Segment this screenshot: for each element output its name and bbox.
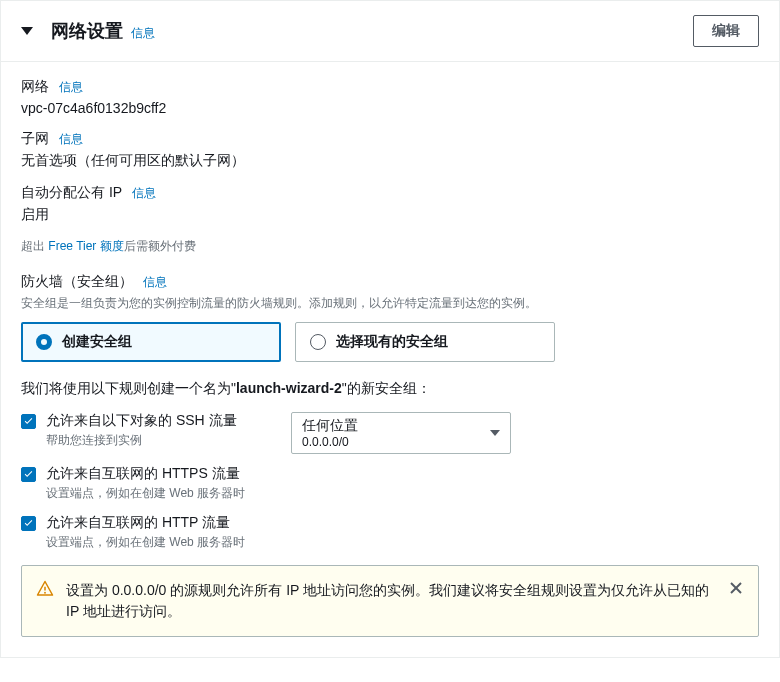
sg-desc-suffix: "的新安全组：: [342, 380, 431, 396]
free-tier-suffix: 后需额外付费: [124, 239, 196, 253]
radio-icon: [36, 334, 52, 350]
panel-title-row[interactable]: 网络设置 信息: [21, 19, 155, 43]
radio-select-sg[interactable]: 选择现有的安全组: [295, 322, 555, 362]
https-rule-label: 允许来自互联网的 HTTPS 流量: [46, 465, 245, 483]
sg-creation-desc: 我们将使用以下规则创建一个名为"launch-wizard-2"的新安全组：: [21, 380, 759, 398]
chevron-down-icon: [490, 430, 500, 436]
ssh-rule-row: 允许来自以下对象的 SSH 流量 帮助您连接到实例 任何位置 0.0.0.0/0: [21, 412, 759, 461]
https-rule-sub: 设置端点，例如在创建 Web 服务器时: [46, 485, 245, 502]
info-link[interactable]: 信息: [143, 274, 167, 291]
firewall-field: 防火墙（安全组） 信息 安全组是一组负责为您的实例控制流量的防火墙规则。添加规则…: [21, 273, 759, 362]
panel-body: 网络 信息 vpc-07c4a6f0132b9cff2 子网 信息 无首选项（任…: [1, 62, 779, 657]
firewall-label: 防火墙（安全组）: [21, 273, 133, 291]
sg-name: launch-wizard-2: [236, 380, 342, 396]
network-value: vpc-07c4a6f0132b9cff2: [21, 100, 759, 116]
info-link[interactable]: 信息: [132, 185, 156, 202]
panel-title: 网络设置: [51, 19, 123, 43]
warning-icon: [36, 580, 54, 598]
free-tier-prefix: 超出: [21, 239, 48, 253]
radio-create-label: 创建安全组: [62, 333, 132, 351]
radio-select-label: 选择现有的安全组: [336, 333, 448, 351]
subnet-field: 子网 信息 无首选项（任何可用区的默认子网）: [21, 130, 759, 170]
ssh-source-select[interactable]: 任何位置 0.0.0.0/0: [291, 412, 511, 454]
check-icon: [23, 469, 34, 480]
radio-create-sg[interactable]: 创建安全组: [21, 322, 281, 362]
edit-button[interactable]: 编辑: [693, 15, 759, 47]
sg-desc-prefix: 我们将使用以下规则创建一个名为": [21, 380, 236, 396]
source-select-label: 任何位置: [302, 417, 358, 435]
http-rule-label: 允许来自互联网的 HTTP 流量: [46, 514, 245, 532]
close-icon[interactable]: [728, 580, 744, 596]
http-checkbox-block: 允许来自互联网的 HTTP 流量 设置端点，例如在创建 Web 服务器时: [21, 514, 759, 551]
subnet-label: 子网: [21, 130, 49, 148]
subnet-value: 无首选项（任何可用区的默认子网）: [21, 152, 759, 170]
security-warning-alert: 设置为 0.0.0.0/0 的源规则允许所有 IP 地址访问您的实例。我们建议将…: [21, 565, 759, 637]
check-icon: [23, 518, 34, 529]
ssh-checkbox[interactable]: [21, 414, 36, 429]
ssh-rule-sub: 帮助您连接到实例: [46, 432, 237, 449]
svg-point-1: [44, 592, 46, 594]
radio-icon: [310, 334, 326, 350]
alert-text: 设置为 0.0.0.0/0 的源规则允许所有 IP 地址访问您的实例。我们建议将…: [66, 580, 716, 622]
free-tier-link[interactable]: Free Tier 额度: [48, 239, 123, 253]
panel-header: 网络设置 信息 编辑: [1, 1, 779, 62]
free-tier-note: 超出 Free Tier 额度后需额外付费: [21, 238, 759, 255]
firewall-radio-group: 创建安全组 选择现有的安全组: [21, 322, 759, 362]
http-checkbox[interactable]: [21, 516, 36, 531]
caret-down-icon: [21, 27, 33, 35]
ssh-checkbox-block: 允许来自以下对象的 SSH 流量 帮助您连接到实例: [21, 412, 271, 449]
info-link[interactable]: 信息: [59, 79, 83, 96]
info-link[interactable]: 信息: [131, 25, 155, 42]
network-label: 网络: [21, 78, 49, 96]
public-ip-label: 自动分配公有 IP: [21, 184, 122, 202]
https-checkbox-block: 允许来自互联网的 HTTPS 流量 设置端点，例如在创建 Web 服务器时: [21, 465, 759, 502]
firewall-desc: 安全组是一组负责为您的实例控制流量的防火墙规则。添加规则，以允许特定流量到达您的…: [21, 295, 759, 312]
network-field: 网络 信息 vpc-07c4a6f0132b9cff2: [21, 78, 759, 116]
source-select-value: 0.0.0.0/0: [302, 435, 358, 449]
info-link[interactable]: 信息: [59, 131, 83, 148]
https-checkbox[interactable]: [21, 467, 36, 482]
http-rule-sub: 设置端点，例如在创建 Web 服务器时: [46, 534, 245, 551]
public-ip-field: 自动分配公有 IP 信息 启用: [21, 184, 759, 224]
public-ip-value: 启用: [21, 206, 759, 224]
network-settings-panel: 网络设置 信息 编辑 网络 信息 vpc-07c4a6f0132b9cff2 子…: [0, 0, 780, 658]
ssh-rule-label: 允许来自以下对象的 SSH 流量: [46, 412, 237, 430]
check-icon: [23, 416, 34, 427]
